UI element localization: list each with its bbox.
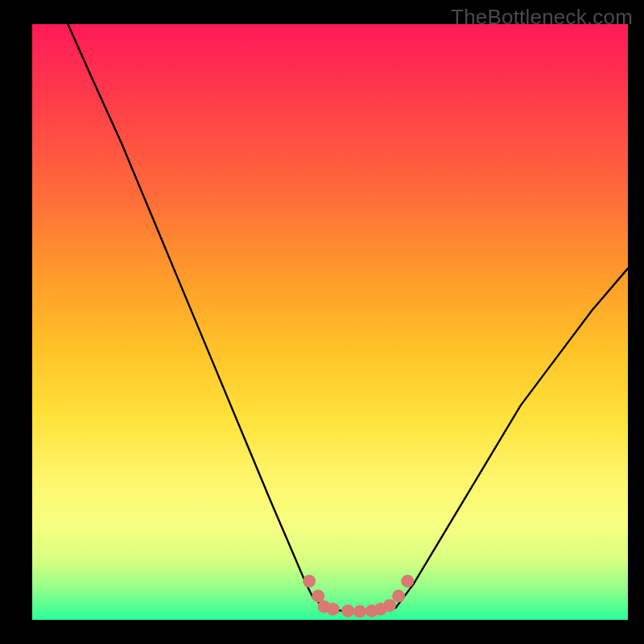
valley-markers [303,575,414,618]
valley-marker [383,599,396,612]
plot-area [32,24,628,620]
valley-marker [353,605,366,618]
valley-marker [401,575,414,588]
valley-marker [303,575,316,588]
valley-marker [327,603,340,616]
chart-frame: TheBottleneck.com [0,0,644,644]
valley-marker [392,589,405,602]
bottleneck-curve [68,24,628,612]
curve-svg [32,24,628,620]
valley-marker [341,605,354,617]
